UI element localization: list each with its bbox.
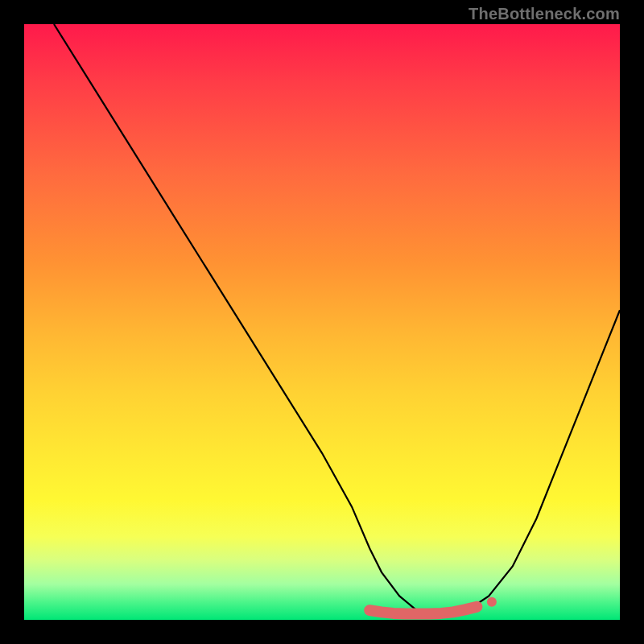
curve-layer: [24, 24, 620, 620]
marker-cluster: [369, 607, 477, 614]
watermark-text: TheBottleneck.com: [469, 5, 620, 23]
chart-frame: TheBottleneck.com: [0, 0, 644, 644]
bottleneck-curve: [54, 24, 620, 614]
plot-area: [24, 24, 620, 620]
marker-outlier: [487, 597, 497, 607]
